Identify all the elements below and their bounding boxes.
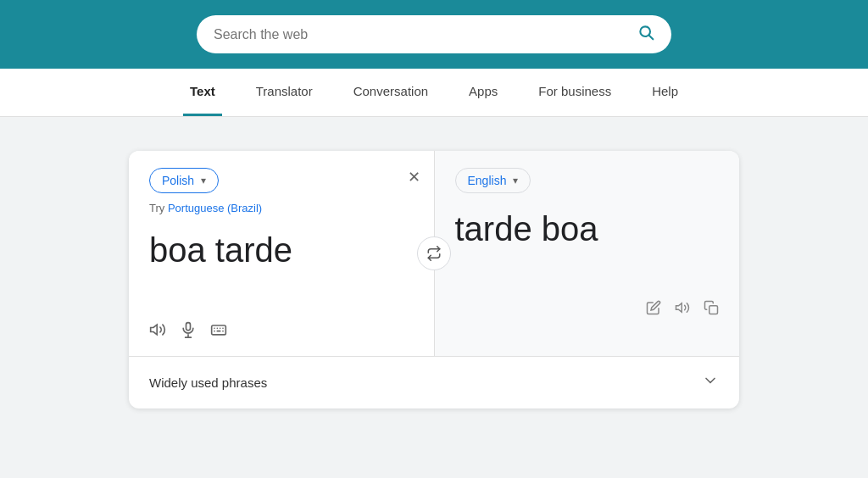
speak-target-button[interactable] [675,300,690,320]
target-actions [455,300,720,320]
target-lang-arrow-icon: ▾ [513,175,518,186]
nav-item-text[interactable]: Text [183,69,222,116]
suggestion-link[interactable]: Portuguese (Brazil) [168,202,262,214]
translator-card: Polish ▾ Try Portuguese (Brazil) boa tar… [129,151,739,409]
nav-item-help[interactable]: Help [645,69,685,116]
swap-languages-button[interactable] [417,236,451,270]
source-text[interactable]: boa tarde [149,230,414,270]
edit-translation-button[interactable] [646,300,661,320]
source-lang-arrow-icon: ▾ [201,175,206,186]
target-lang-label: English [468,174,507,187]
source-lang-selector[interactable]: Polish ▾ [149,168,219,193]
nav: Text Translator Conversation Apps For bu… [0,69,868,117]
svg-rect-6 [212,325,226,335]
phrases-chevron-icon [702,372,719,393]
translation-area: Polish ▾ Try Portuguese (Brazil) boa tar… [129,151,739,356]
phrases-label: Widely used phrases [149,375,267,390]
language-suggestion: Try Portuguese (Brazil) [149,202,414,214]
search-icon[interactable] [637,24,654,45]
microphone-button[interactable] [180,321,197,342]
target-panel: English ▾ tarde boa [435,151,740,356]
svg-marker-2 [151,325,158,335]
main-content: Polish ▾ Try Portuguese (Brazil) boa tar… [0,117,868,425]
header [0,0,868,69]
svg-marker-14 [676,303,682,313]
nav-item-conversation[interactable]: Conversation [347,69,435,116]
source-actions [149,321,414,342]
svg-rect-3 [186,323,191,331]
search-bar[interactable] [197,15,671,53]
clear-button[interactable]: ✕ [408,168,420,186]
copy-translation-button[interactable] [704,300,719,320]
nav-item-apps[interactable]: Apps [462,69,504,116]
nav-item-for-business[interactable]: For business [531,69,618,116]
svg-line-1 [649,36,654,40]
phrases-row[interactable]: Widely used phrases [129,357,739,409]
svg-rect-15 [709,306,718,314]
nav-item-translator[interactable]: Translator [249,69,320,116]
target-lang-selector[interactable]: English ▾ [455,168,531,193]
keyboard-button[interactable] [210,321,227,342]
speak-source-button[interactable] [149,321,166,342]
source-lang-label: Polish [162,174,194,187]
source-panel: Polish ▾ Try Portuguese (Brazil) boa tar… [129,151,434,356]
target-text: tarde boa [455,208,720,249]
search-input[interactable] [214,27,629,42]
